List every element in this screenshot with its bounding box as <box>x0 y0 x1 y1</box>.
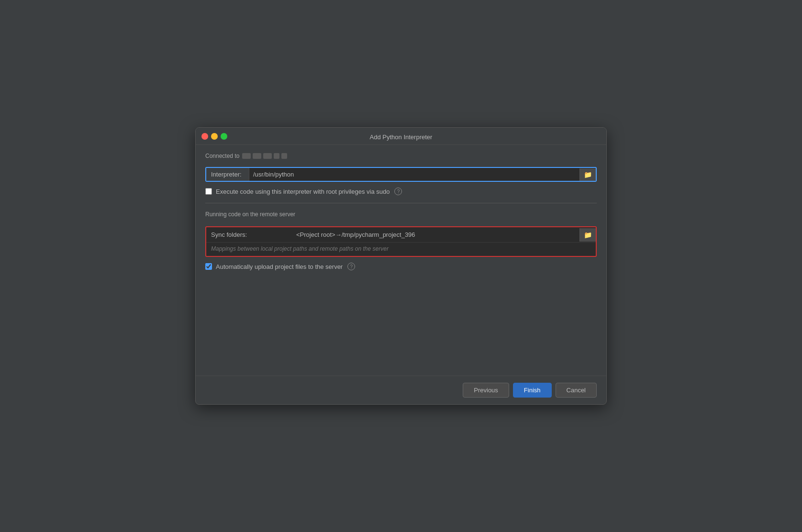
host-block-5 <box>281 153 287 159</box>
sudo-checkbox-row: Execute code using this interpreter with… <box>205 188 597 195</box>
close-button[interactable] <box>201 133 208 140</box>
sync-value: <Project root>→/tmp/pycharm_project_396 <box>292 227 579 242</box>
connected-row: Connected to <box>205 153 597 159</box>
dialog-title: Add Python Interpreter <box>370 133 433 141</box>
connected-host <box>242 153 287 159</box>
auto-upload-help-icon[interactable]: ? <box>347 263 355 270</box>
sudo-help-icon[interactable]: ? <box>394 188 402 195</box>
spacer <box>205 276 597 368</box>
sync-hint: Mappings between local project paths and… <box>206 243 596 256</box>
host-block-2 <box>253 153 261 159</box>
maximize-button[interactable] <box>221 133 227 140</box>
finish-button[interactable]: Finish <box>513 383 552 398</box>
host-block-1 <box>242 153 251 159</box>
auto-upload-row: Automatically upload project files to th… <box>205 263 597 270</box>
auto-upload-checkbox[interactable] <box>205 263 212 270</box>
window-controls <box>201 133 227 140</box>
sync-folder-icon: 📁 <box>584 231 592 239</box>
minimize-button[interactable] <box>211 133 218 140</box>
sync-row: Sync folders: <Project root>→/tmp/pychar… <box>206 227 596 243</box>
previous-button[interactable]: Previous <box>463 383 509 398</box>
interpreter-label: Interpreter: <box>206 168 249 181</box>
sync-label: Sync folders: <box>206 227 292 242</box>
host-block-3 <box>263 153 272 159</box>
interpreter-row: Interpreter: 📁 <box>205 167 597 182</box>
section-divider <box>205 203 597 203</box>
dialog-content: Connected to Interpreter: 📁 Execute code… <box>196 145 606 376</box>
cancel-button[interactable]: Cancel <box>556 383 597 398</box>
auto-upload-label[interactable]: Automatically upload project files to th… <box>216 263 343 270</box>
sync-folders-box: Sync folders: <Project root>→/tmp/pychar… <box>205 226 597 257</box>
sudo-checkbox[interactable] <box>205 188 212 195</box>
sudo-label[interactable]: Execute code using this interpreter with… <box>216 188 390 195</box>
connected-label: Connected to <box>205 153 239 159</box>
sync-browse-button[interactable]: 📁 <box>579 228 596 242</box>
interpreter-browse-button[interactable]: 📁 <box>579 168 596 181</box>
interpreter-input[interactable] <box>249 168 579 181</box>
footer: Previous Finish Cancel <box>196 376 606 404</box>
running-section-label: Running code on the remote server <box>205 211 597 218</box>
dialog-window: Add Python Interpreter Connected to Inte… <box>195 127 607 405</box>
title-bar: Add Python Interpreter <box>196 128 606 145</box>
host-block-4 <box>274 153 279 159</box>
folder-icon: 📁 <box>584 171 592 178</box>
